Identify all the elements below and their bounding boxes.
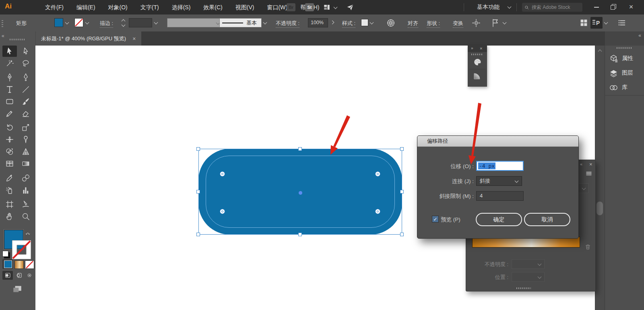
- panel-grip[interactable]: [2, 19, 3, 27]
- scroll-up-icon[interactable]: [598, 50, 602, 54]
- menubar-menu[interactable]: 文字(T): [134, 0, 165, 15]
- width-tool-button[interactable]: [2, 134, 17, 145]
- selection-tool-button[interactable]: [2, 46, 17, 57]
- align-label[interactable]: 对齐: [408, 20, 418, 28]
- selection-handle[interactable]: [196, 147, 200, 151]
- opacity-label[interactable]: 不透明度 :: [276, 20, 299, 28]
- stroke-stepper[interactable]: [122, 20, 125, 26]
- menubar-menu[interactable]: 文件(F): [39, 0, 70, 15]
- stroke-weight-chevron-icon[interactable]: [154, 21, 158, 25]
- gradient-location-select[interactable]: [512, 272, 545, 282]
- swap-fill-stroke-icon[interactable]: [24, 231, 31, 237]
- rectangle-tool-button[interactable]: [2, 96, 17, 107]
- graphic-style-swatch[interactable]: [361, 19, 368, 26]
- fill-color-swatch[interactable]: [54, 18, 63, 27]
- magic-wand-tool-button[interactable]: [2, 58, 17, 69]
- selection-handle[interactable]: [196, 190, 200, 193]
- eyedropper-tool-button[interactable]: [2, 173, 17, 184]
- menubar-menu[interactable]: 对象(O): [102, 0, 134, 15]
- align-artboard-icon[interactable]: [472, 19, 481, 27]
- menubar-menu[interactable]: 编辑(E): [70, 0, 102, 15]
- live-corner-widget[interactable]: [375, 209, 380, 214]
- graphic-styles-icon[interactable]: [490, 18, 500, 28]
- hand-tool-button[interactable]: [2, 211, 17, 222]
- puppet-warp-tool-button[interactable]: [19, 134, 33, 145]
- document-tab[interactable]: 未标题-1* @ 400% (RGB/GPU 预览) ×: [35, 31, 141, 46]
- blend-tool-button[interactable]: [19, 173, 33, 184]
- arrange-documents-chevron-icon[interactable]: [334, 5, 338, 9]
- width-profile-select[interactable]: [167, 18, 222, 27]
- preview-checkbox[interactable]: ✓: [432, 216, 439, 223]
- color-mode-button[interactable]: [2, 259, 13, 269]
- share-icon[interactable]: [346, 3, 354, 11]
- recolor-artwork-icon[interactable]: [386, 19, 395, 27]
- workspace-switcher[interactable]: 基本功能: [477, 4, 500, 11]
- dock-collapse-icon[interactable]: «: [638, 33, 641, 38]
- rotate-tool-button[interactable]: [2, 122, 17, 133]
- search-input[interactable]: [531, 4, 580, 10]
- curvature-tool-button[interactable]: [19, 72, 33, 83]
- gradient-panel-icon[interactable]: [473, 71, 482, 81]
- offset-input[interactable]: -4 px: [476, 161, 524, 171]
- mesh-tool-button[interactable]: [2, 158, 17, 169]
- panel-menu-icon[interactable]: [585, 171, 592, 177]
- stroke-swatch-chevron-icon[interactable]: [85, 21, 89, 25]
- gradient-mode-button[interactable]: [14, 260, 24, 269]
- zoom-tool-button[interactable]: [19, 211, 33, 222]
- selection-handle[interactable]: [298, 147, 302, 151]
- none-mode-button[interactable]: [25, 260, 34, 269]
- menu-list-icon[interactable]: [617, 19, 626, 27]
- panel-grip[interactable]: [471, 54, 483, 55]
- dock-grip[interactable]: [617, 47, 633, 49]
- selection-handle[interactable]: [400, 147, 404, 151]
- panel-collapse-icon[interactable]: «: [580, 162, 582, 166]
- gradient-tool-button[interactable]: [19, 158, 33, 169]
- cancel-button[interactable]: 取消: [524, 213, 570, 226]
- draw-behind-mode-button[interactable]: [14, 271, 24, 280]
- shape-label[interactable]: 形状 :: [427, 20, 440, 28]
- live-corner-widget[interactable]: [220, 209, 225, 214]
- scrollbar-thumb[interactable]: [597, 202, 603, 215]
- delete-stop-trash-icon[interactable]: [584, 243, 591, 251]
- workspace-grid-icon[interactable]: [580, 19, 588, 27]
- dock-item-properties[interactable]: 属性: [605, 52, 644, 65]
- opacity-field[interactable]: 100%: [308, 18, 328, 27]
- stock-button[interactable]: St: [305, 3, 314, 11]
- menubar-menu[interactable]: 视图(V): [229, 0, 261, 15]
- miter-limit-input[interactable]: 4: [476, 191, 524, 201]
- vertical-scrollbar[interactable]: [595, 46, 605, 310]
- preview-label[interactable]: 预览 (P): [441, 216, 460, 223]
- scale-tool-button[interactable]: [19, 122, 33, 133]
- opacity-expand-icon[interactable]: [330, 21, 334, 25]
- dialog-title[interactable]: 偏移路径: [417, 136, 578, 147]
- type-tool-button[interactable]: [2, 84, 17, 95]
- ok-button[interactable]: 确定: [476, 213, 522, 226]
- tab-close-icon[interactable]: ×: [132, 35, 136, 42]
- close-button[interactable]: ×: [623, 0, 639, 14]
- style-chevron-icon[interactable]: [370, 21, 374, 25]
- paintbrush-tool-button[interactable]: [19, 96, 33, 107]
- symbol-sprayer-tool-button[interactable]: [2, 185, 17, 196]
- stroke-style-select[interactable]: 基本: [219, 18, 262, 27]
- expand-panel-icon[interactable]: »: [471, 46, 473, 50]
- selection-handle[interactable]: [400, 190, 404, 193]
- bridge-button[interactable]: Br: [287, 3, 295, 11]
- shaper-tool-button[interactable]: [2, 108, 17, 119]
- direct-selection-tool-button[interactable]: [19, 46, 33, 57]
- selection-handle[interactable]: [400, 233, 404, 236]
- slice-tool-button[interactable]: [19, 199, 33, 210]
- draw-normal-mode-button[interactable]: [2, 271, 13, 280]
- pen-tool-button[interactable]: [2, 72, 17, 83]
- graphic-styles-chevron-icon[interactable]: [503, 21, 507, 25]
- live-corner-widget[interactable]: [220, 171, 225, 177]
- gradient-opacity-select[interactable]: [512, 259, 545, 269]
- dock-item-libraries[interactable]: 库: [605, 81, 644, 94]
- menubar-menu[interactable]: 选择(S): [165, 0, 197, 15]
- screen-mode-icon[interactable]: [11, 284, 23, 294]
- close-panel-icon[interactable]: ×: [480, 46, 482, 51]
- perspective-grid-tool-button[interactable]: [19, 146, 33, 157]
- panel-resize-grip[interactable]: [516, 287, 531, 289]
- arrange-documents-icon[interactable]: [323, 4, 331, 11]
- live-corner-widget[interactable]: [375, 171, 380, 177]
- minimize-button[interactable]: [588, 0, 605, 14]
